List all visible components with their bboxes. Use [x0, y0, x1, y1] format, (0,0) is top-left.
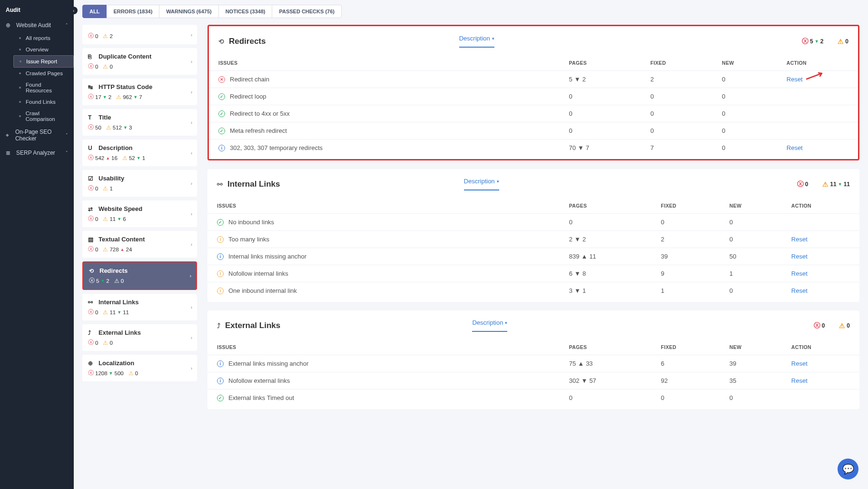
- category-icon: T: [88, 114, 95, 121]
- main-content: ALLERRORS (1834)WARNINGS (6475)NOTICES (…: [74, 0, 868, 489]
- reset-link[interactable]: Reset: [791, 236, 808, 243]
- warning-icon: ⚠: [116, 94, 121, 100]
- issue-row[interactable]: iInternal links missing anchor 839 ▲11 3…: [207, 248, 859, 265]
- category-card[interactable]: ⚯Internal Linksⓧ 0⚠ 11 ▼11›: [82, 294, 197, 320]
- issue-row[interactable]: ✓Meta refresh redirect 0 0 0: [209, 122, 858, 140]
- panel-title: Redirects: [229, 37, 266, 46]
- error-icon: ⓧ: [88, 32, 94, 40]
- nav-section[interactable]: ⌖On-Page SEO Checker˅: [0, 125, 74, 146]
- filter-tab[interactable]: PASSED CHECKS (76): [272, 5, 342, 18]
- category-card[interactable]: TTitleⓧ 50⚠ 512 ▼3›: [82, 109, 197, 136]
- nav-subitem[interactable]: All reports: [13, 32, 74, 44]
- new-cell: 0: [712, 71, 777, 88]
- error-count: ⓧ 0: [88, 63, 98, 70]
- down-icon: ▼: [574, 287, 581, 294]
- nav-subitem[interactable]: Crawl Comparison: [13, 108, 74, 125]
- nav-subitem[interactable]: Issue Report: [13, 55, 74, 68]
- issue-row[interactable]: ✕Redirect chain 5 ▼2 2 0 Reset: [209, 71, 858, 88]
- col-action: ACTION: [782, 339, 859, 355]
- nav-subitem[interactable]: Found Links: [13, 96, 74, 108]
- category-card[interactable]: ↹HTTP Status Codeⓧ 17 ▼2⚠ 962 ▼7›: [82, 79, 197, 105]
- category-card[interactable]: ▤Textual Contentⓧ 0⚠ 728 ▲24›: [82, 231, 197, 258]
- bullet-icon: [19, 101, 21, 103]
- reset-link[interactable]: Reset: [791, 377, 808, 384]
- filter-tab[interactable]: ERRORS (1834): [107, 5, 159, 18]
- issue-status-icon: !: [217, 288, 224, 294]
- pages-cell: 75 ▲33: [560, 355, 651, 372]
- nav-subitem[interactable]: Overview: [13, 44, 74, 55]
- description-link[interactable]: Description ▾: [472, 319, 507, 332]
- fixed-cell: 0: [641, 88, 712, 105]
- panel-icon: ⟲: [218, 38, 224, 45]
- nav-sublabel: Found Links: [26, 99, 56, 105]
- chevron-down-icon: ▾: [492, 36, 494, 41]
- reset-link[interactable]: Reset: [787, 76, 803, 83]
- collapse-sidebar-button[interactable]: ‹: [70, 7, 78, 14]
- nav-sublabel: Issue Report: [26, 59, 57, 64]
- warning-count: ⚠ 962 ▼7: [116, 94, 142, 100]
- filter-tab[interactable]: NOTICES (3348): [219, 5, 273, 18]
- category-card[interactable]: ⓧ 0⚠ 2›: [82, 25, 197, 44]
- down-icon: ▼: [123, 125, 128, 130]
- category-name: Localization: [99, 359, 134, 367]
- panel-warning-count: ⚠ 0: [838, 37, 848, 46]
- category-name: Duplicate Content: [99, 53, 151, 60]
- issues-table: ISSUES PAGES FIXED NEW ACTION iExternal …: [207, 339, 859, 409]
- category-card[interactable]: ⊕Localizationⓧ 1208 ▼500⚠ 0›: [82, 355, 197, 381]
- reset-link[interactable]: Reset: [791, 270, 808, 277]
- issue-row[interactable]: !Too many links 2 ▼2 2 0 Reset: [207, 231, 859, 248]
- pages-cell: 302 ▼57: [560, 372, 651, 389]
- issue-row[interactable]: ✓Redirect loop 0 0 0: [209, 88, 858, 105]
- issue-row[interactable]: ✓External links Timed out 0 0 0: [207, 389, 859, 409]
- nav-section[interactable]: ≣SERP Analyzer˅: [0, 146, 74, 160]
- reset-link[interactable]: Reset: [791, 253, 808, 260]
- chevron-icon: ˅: [66, 150, 68, 155]
- error-icon: ⓧ: [88, 215, 94, 222]
- filter-tab[interactable]: WARNINGS (6475): [159, 5, 218, 18]
- category-card[interactable]: ⎘Duplicate Contentⓧ 0⚠ 0›: [82, 48, 197, 75]
- category-card[interactable]: ⟲Redirectsⓧ 5 ▼2⚠ 0›: [82, 261, 197, 290]
- nav-subitem[interactable]: Found Resources: [13, 79, 74, 96]
- fixed-cell: 2: [641, 71, 712, 88]
- new-cell: 0: [712, 140, 777, 160]
- warning-icon: ⚠: [114, 278, 119, 284]
- filter-tab[interactable]: ALL: [82, 5, 107, 18]
- down-icon: ▼: [117, 217, 121, 221]
- reset-link[interactable]: Reset: [791, 360, 808, 367]
- nav-title: Audit: [0, 0, 74, 18]
- warning-count: ⚠ 1: [103, 185, 112, 192]
- category-card[interactable]: UDescriptionⓧ 542 ▲16⚠ 52 ▼1›: [82, 140, 197, 166]
- description-link[interactable]: Description ▾: [464, 178, 499, 190]
- chevron-right-icon: ›: [191, 242, 192, 247]
- pages-cell: 5 ▼2: [560, 71, 641, 88]
- issue-row[interactable]: ✓No inbound links 0 0 0: [207, 214, 859, 231]
- category-card[interactable]: ⇄Website Speedⓧ 0⚠ 11 ▼6›: [82, 200, 197, 227]
- chevron-down-icon: ▾: [505, 320, 507, 325]
- issue-status-icon: ✓: [217, 219, 224, 226]
- warning-icon: ⚠: [106, 124, 111, 131]
- category-card[interactable]: ⤴External Linksⓧ 0⚠ 0›: [82, 324, 197, 351]
- issue-row[interactable]: ✓Redirect to 4xx or 5xx 0 0 0: [209, 105, 858, 122]
- fixed-cell: 6: [651, 355, 720, 372]
- issue-row[interactable]: iNofollow external links 302 ▼57 92 35 R…: [207, 372, 859, 389]
- category-card[interactable]: ☑Usabilityⓧ 0⚠ 1›: [82, 170, 197, 197]
- issue-row[interactable]: !One inbound internal link 3 ▼1 1 0 Rese…: [207, 282, 859, 302]
- nav-label: Website Audit: [16, 22, 51, 29]
- issue-row[interactable]: i302, 303, 307 temporary redirects 70 ▼7…: [209, 140, 858, 160]
- category-icon: ⚯: [88, 299, 95, 306]
- reset-link[interactable]: Reset: [791, 287, 808, 294]
- warning-icon: ⚠: [103, 339, 108, 346]
- reset-link[interactable]: Reset: [787, 144, 803, 151]
- nav-subitem[interactable]: Crawled Pages: [13, 68, 74, 79]
- new-cell: 0: [720, 282, 782, 302]
- error-icon: ⓧ: [88, 369, 94, 377]
- chat-button[interactable]: 💬: [838, 459, 858, 479]
- new-cell: 0: [720, 214, 782, 231]
- chevron-right-icon: ›: [191, 150, 192, 156]
- description-link[interactable]: Description ▾: [459, 35, 494, 48]
- category-name: Redirects: [99, 267, 128, 274]
- issue-row[interactable]: iExternal links missing anchor 75 ▲33 6 …: [207, 355, 859, 372]
- issue-row[interactable]: !Nofollow internal links 6 ▼8 9 1 Reset: [207, 265, 859, 282]
- down-icon: ▼: [574, 76, 581, 83]
- nav-section[interactable]: ⊕Website Audit˄: [0, 18, 74, 32]
